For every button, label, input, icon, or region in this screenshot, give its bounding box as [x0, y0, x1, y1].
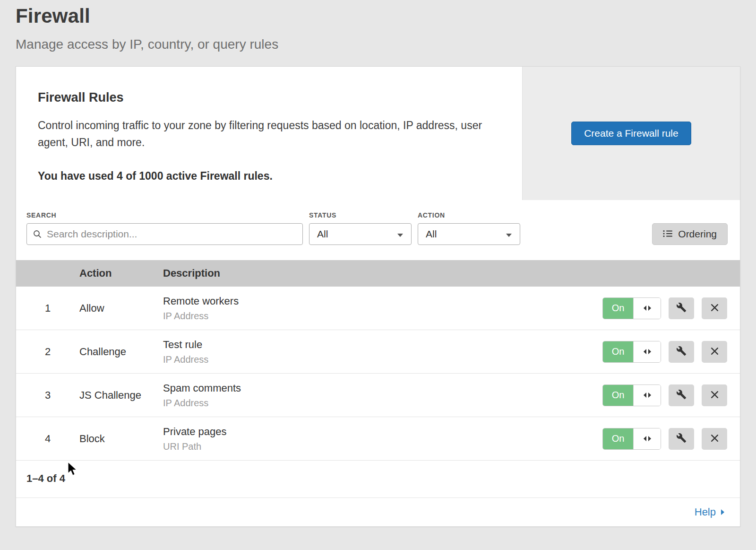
- delete-rule-button[interactable]: [702, 428, 727, 450]
- table-row: 2 Challenge Test rule IP Address On: [16, 330, 740, 374]
- help-row: Help: [16, 498, 740, 526]
- ordering-button[interactable]: Ordering: [652, 223, 728, 245]
- ordering-list-icon: [663, 228, 672, 240]
- rule-description-cell: Private pages URI Path: [163, 426, 602, 452]
- toggle-on-label[interactable]: On: [603, 428, 633, 449]
- help-link-label: Help: [695, 506, 716, 518]
- search-filter-group: SEARCH: [26, 211, 303, 245]
- wrench-icon: [676, 346, 687, 358]
- close-icon: [711, 304, 719, 313]
- wrench-icon: [676, 302, 687, 314]
- chevron-down-icon: [506, 228, 512, 240]
- pagination-summary: 1–4 of 4: [16, 461, 740, 498]
- status-select-value: All: [317, 228, 328, 240]
- rule-description-cell: Remote workers IP Address: [163, 295, 602, 322]
- status-label: STATUS: [309, 211, 412, 219]
- action-select-value: All: [426, 228, 437, 240]
- panel-title: Firewall Rules: [38, 90, 494, 105]
- table-header: Action Description: [16, 260, 740, 287]
- rule-enabled-toggle[interactable]: On: [602, 428, 661, 450]
- action-column-header: Action: [79, 267, 163, 279]
- rule-description: Private pages: [163, 426, 602, 438]
- close-icon: [711, 391, 719, 400]
- rule-description: Spam comments: [163, 382, 602, 394]
- table-row: 3 JS Challenge Spam comments IP Address …: [16, 374, 740, 417]
- rule-priority: 1: [16, 302, 79, 314]
- action-select[interactable]: All: [418, 223, 520, 245]
- rule-controls: On: [602, 428, 740, 450]
- ordering-button-label: Ordering: [678, 228, 717, 240]
- page-subtitle: Manage access by IP, country, or query r…: [16, 37, 740, 52]
- toggle-on-label[interactable]: On: [603, 298, 633, 319]
- rule-action: Challenge: [79, 346, 163, 358]
- rule-controls: On: [602, 384, 740, 406]
- chevron-down-icon: [397, 228, 404, 240]
- wrench-icon: [676, 389, 687, 401]
- create-firewall-rule-button[interactable]: Create a Firewall rule: [571, 122, 691, 145]
- status-select[interactable]: All: [309, 223, 412, 245]
- action-filter-group: ACTION All: [418, 211, 520, 245]
- rule-priority: 2: [16, 346, 79, 358]
- rule-description: Remote workers: [163, 295, 602, 307]
- edit-rule-button[interactable]: [669, 428, 694, 450]
- rule-priority: 3: [16, 389, 79, 402]
- toggle-on-label[interactable]: On: [603, 341, 633, 362]
- help-link[interactable]: Help: [695, 506, 725, 518]
- delete-rule-button[interactable]: [702, 384, 727, 406]
- rules-usage-text: You have used 4 of 1000 active Firewall …: [38, 170, 494, 183]
- edit-rule-button[interactable]: [669, 384, 694, 406]
- rule-enabled-toggle[interactable]: On: [602, 297, 661, 319]
- chevron-right-icon: [721, 506, 725, 518]
- toggle-drag-handle-icon[interactable]: [633, 298, 661, 319]
- panel-description: Control incoming traffic to your zone by…: [38, 117, 487, 151]
- delete-rule-button[interactable]: [702, 341, 727, 363]
- create-rule-panel: Create a Firewall rule: [522, 67, 740, 200]
- rule-field: IP Address: [163, 311, 602, 322]
- rule-action: Allow: [79, 302, 163, 314]
- status-filter-group: STATUS All: [309, 211, 412, 245]
- delete-rule-button[interactable]: [702, 297, 727, 319]
- toggle-drag-handle-icon[interactable]: [633, 385, 661, 406]
- toggle-drag-handle-icon[interactable]: [633, 428, 661, 449]
- rule-action: Block: [79, 433, 163, 445]
- rule-field: IP Address: [163, 398, 602, 409]
- firewall-rules-info: Firewall Rules Control incoming traffic …: [16, 67, 522, 200]
- rule-enabled-toggle[interactable]: On: [602, 384, 661, 406]
- search-input[interactable]: [26, 223, 303, 245]
- rule-priority: 4: [16, 433, 79, 445]
- rule-description: Test rule: [163, 339, 602, 351]
- edit-rule-button[interactable]: [669, 341, 694, 363]
- firewall-card: Firewall Rules Control incoming traffic …: [16, 66, 740, 527]
- search-icon: [33, 230, 42, 238]
- rule-action: JS Challenge: [79, 389, 163, 402]
- rule-controls: On: [602, 297, 740, 319]
- rule-description-cell: Test rule IP Address: [163, 339, 602, 365]
- edit-rule-button[interactable]: [669, 297, 694, 319]
- filters-bar: SEARCH STATUS All ACTION All: [16, 200, 740, 260]
- toggle-on-label[interactable]: On: [603, 385, 633, 406]
- close-icon: [711, 347, 719, 357]
- table-row: 4 Block Private pages URI Path On: [16, 417, 740, 461]
- search-label: SEARCH: [26, 211, 303, 219]
- close-icon: [711, 434, 719, 444]
- rule-controls: On: [602, 341, 740, 363]
- rule-enabled-toggle[interactable]: On: [602, 341, 661, 363]
- firewall-rules-panel: Firewall Rules Control incoming traffic …: [16, 67, 740, 200]
- rule-field: URI Path: [163, 441, 602, 452]
- wrench-icon: [676, 433, 687, 445]
- table-row: 1 Allow Remote workers IP Address On: [16, 287, 740, 330]
- page-title: Firewall: [16, 5, 740, 27]
- rule-field: IP Address: [163, 354, 602, 365]
- action-label: ACTION: [418, 211, 520, 219]
- rule-description-cell: Spam comments IP Address: [163, 382, 602, 409]
- description-column-header: Description: [163, 267, 740, 279]
- page-header: Firewall Manage access by IP, country, o…: [0, 0, 756, 52]
- toggle-drag-handle-icon[interactable]: [633, 341, 661, 362]
